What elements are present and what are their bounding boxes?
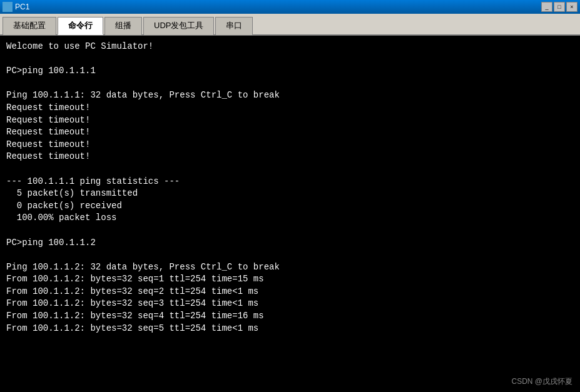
terminal-line: [6, 224, 574, 237]
tab-multicast[interactable]: 组播: [104, 17, 142, 35]
tab-cmdline[interactable]: 命令行: [58, 17, 103, 35]
tab-serial[interactable]: 串口: [215, 17, 253, 35]
terminal-line: [6, 163, 574, 176]
title-bar: PC1 _ □ ×: [0, 0, 580, 14]
terminal-line: 100.00% packet loss: [6, 212, 574, 224]
terminal-line: Request timeout!: [6, 126, 574, 139]
terminal-line: 0 packet(s) received: [6, 200, 574, 213]
terminal-line: PC>ping 100.1.1.1: [6, 65, 574, 78]
terminal-line: Ping 100.1.1.2: 32 data bytes, Press Ctr…: [6, 261, 574, 274]
main-window: PC1 _ □ × 基础配置命令行组播UDP发包工具串口 Welcome to …: [0, 0, 580, 392]
terminal-line: [6, 78, 574, 90]
terminal-line: From 100.1.1.2: bytes=32 seq=4 ttl=254 t…: [6, 310, 574, 323]
watermark: CSDN @戊戌怀夏: [511, 376, 572, 387]
tab-basic[interactable]: 基础配置: [3, 17, 56, 35]
terminal-line: --- 100.1.1.1 ping statistics ---: [6, 176, 574, 188]
terminal-line: Request timeout!: [6, 139, 574, 151]
terminal-line: From 100.1.1.2: bytes=32 seq=1 ttl=254 t…: [6, 273, 574, 286]
close-button[interactable]: ×: [566, 2, 577, 12]
maximize-button[interactable]: □: [554, 2, 565, 12]
terminal-line: Request timeout!: [6, 151, 574, 163]
terminal-line: Request timeout!: [6, 102, 574, 114]
terminal-line: Request timeout!: [6, 114, 574, 127]
terminal-line: PC>ping 100.1.1.2: [6, 237, 574, 249]
tab-bar: 基础配置命令行组播UDP发包工具串口: [0, 14, 580, 36]
tab-udp[interactable]: UDP发包工具: [143, 17, 214, 35]
terminal-line: From 100.1.1.2: bytes=32 seq=5 ttl=254 t…: [6, 323, 574, 335]
title-bar-controls: _ □ ×: [541, 2, 577, 12]
terminal-line: [6, 249, 574, 261]
terminal-area[interactable]: Welcome to use PC Simulator!PC>ping 100.…: [0, 36, 580, 392]
minimize-button[interactable]: _: [541, 2, 552, 12]
terminal-line: 5 packet(s) transmitted: [6, 188, 574, 200]
terminal-line: From 100.1.1.2: bytes=32 seq=2 ttl=254 t…: [6, 286, 574, 298]
terminal-line: Welcome to use PC Simulator!: [6, 41, 574, 53]
app-icon: [3, 2, 13, 12]
terminal-line: Ping 100.1.1.1: 32 data bytes, Press Ctr…: [6, 89, 574, 102]
title-bar-text: PC1: [15, 3, 29, 11]
terminal-line: [6, 53, 574, 66]
terminal-line: From 100.1.1.2: bytes=32 seq=3 ttl=254 t…: [6, 298, 574, 310]
